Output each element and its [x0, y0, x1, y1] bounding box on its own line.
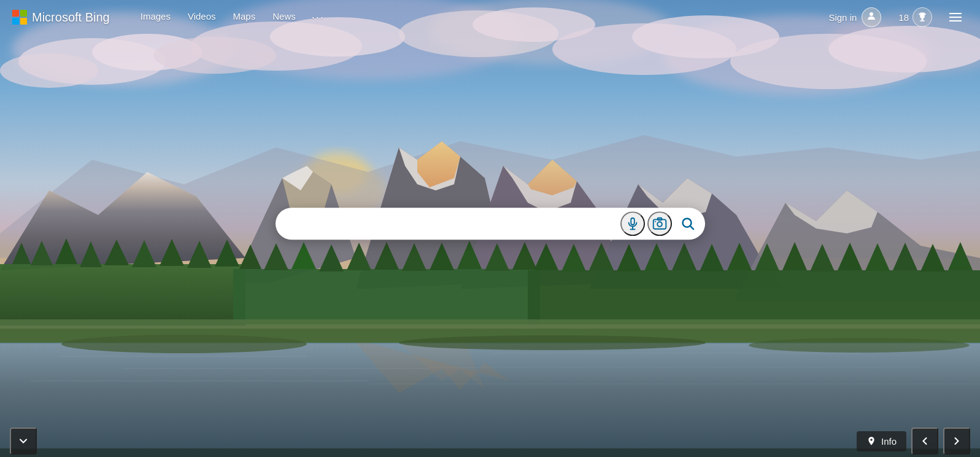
nav-link-videos[interactable]: Videos: [180, 7, 223, 28]
next-image-button[interactable]: [943, 428, 970, 455]
voice-search-button[interactable]: [620, 211, 645, 236]
svg-line-100: [690, 226, 693, 230]
microsoft-logo: [12, 10, 27, 25]
svg-rect-35: [0, 264, 245, 326]
svg-rect-92: [631, 218, 635, 225]
trophy-icon: [912, 7, 932, 27]
nav-link-news[interactable]: News: [265, 7, 303, 28]
hamburger-line-2: [949, 17, 962, 18]
info-button[interactable]: Info: [857, 431, 906, 451]
user-icon: [866, 10, 877, 25]
ms-logo-red: [12, 10, 19, 17]
search-input[interactable]: [288, 217, 620, 230]
svg-point-89: [870, 12, 873, 16]
svg-point-8: [0, 53, 98, 88]
bottom-right: Info: [857, 428, 970, 455]
nav-more-button[interactable]: ···: [306, 7, 331, 28]
ms-logo-blue: [12, 18, 19, 25]
sign-in-button[interactable]: Sign in: [822, 4, 887, 31]
svg-rect-57: [528, 270, 980, 324]
info-label: Info: [881, 436, 897, 447]
svg-point-96: [657, 222, 662, 227]
svg-point-86: [399, 335, 706, 350]
prev-image-button[interactable]: [911, 428, 938, 455]
hamburger-line-1: [949, 13, 962, 14]
avatar-circle: [862, 7, 881, 27]
svg-point-98: [655, 221, 656, 222]
nav-link-maps[interactable]: Maps: [226, 7, 263, 28]
ms-logo-yellow: [20, 18, 27, 25]
svg-rect-90: [922, 18, 924, 20]
hamburger-menu-button[interactable]: [943, 9, 968, 25]
rewards-count: 18: [898, 12, 909, 23]
sign-in-label: Sign in: [828, 12, 857, 23]
location-icon: [866, 436, 876, 446]
search-container: [276, 208, 705, 240]
brand-name: Microsoft Bing: [32, 10, 110, 25]
navbar: Microsoft Bing Images Videos Maps News ·…: [0, 0, 980, 34]
search-bar: [276, 208, 705, 240]
logo-area[interactable]: Microsoft Bing: [12, 10, 110, 25]
svg-rect-91: [920, 20, 925, 21]
search-submit-button[interactable]: [674, 210, 701, 237]
scroll-down-button[interactable]: [10, 428, 37, 455]
bottom-bar: Info: [0, 425, 980, 457]
svg-point-87: [749, 338, 970, 353]
nav-link-images[interactable]: Images: [133, 7, 178, 28]
image-search-button[interactable]: [647, 211, 672, 236]
svg-rect-95: [653, 219, 666, 228]
svg-point-85: [61, 335, 307, 353]
nav-right: Sign in 18: [822, 4, 968, 31]
nav-links: Images Videos Maps News ···: [133, 7, 331, 28]
ms-logo-green: [20, 10, 27, 17]
hamburger-line-3: [949, 20, 962, 21]
rewards-button[interactable]: 18: [892, 4, 938, 31]
svg-point-11: [153, 37, 276, 74]
search-icons: [620, 210, 701, 237]
svg-rect-45: [233, 269, 540, 324]
